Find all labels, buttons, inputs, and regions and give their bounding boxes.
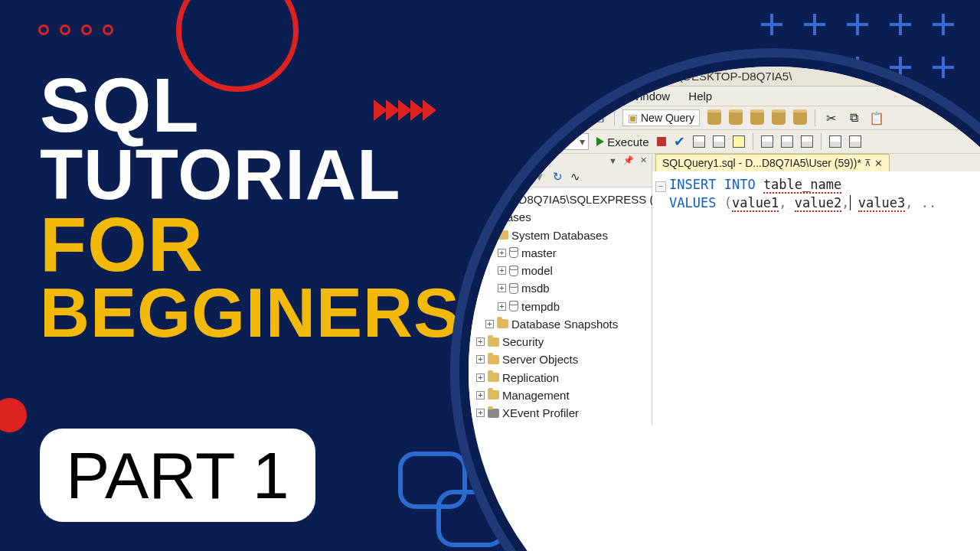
grid-icon[interactable] bbox=[829, 135, 841, 148]
grid-icon[interactable] bbox=[781, 135, 793, 148]
db-icon[interactable] bbox=[750, 111, 764, 125]
parse-icon[interactable]: ✔ bbox=[674, 133, 685, 150]
tree-xevent[interactable]: +XEvent Profiler bbox=[476, 404, 647, 422]
toolbar-query: ster Execute ✔ bbox=[469, 130, 980, 154]
object-explorer: ▼ 📌 ✕ ⚮ ✖ ■ ▼ ↻ ∿ SKTOP-D8Q7IA5\SQLEXPRE… bbox=[469, 154, 652, 425]
headline-line-3: FOR bbox=[40, 208, 460, 281]
ident-v3: value3 bbox=[858, 195, 905, 212]
pin-icon[interactable]: 📌 bbox=[623, 155, 634, 165]
execute-button[interactable]: Execute bbox=[596, 135, 648, 148]
tree-db-model[interactable]: +model bbox=[476, 262, 647, 279]
db-icon[interactable] bbox=[793, 111, 807, 125]
oe-tree[interactable]: SKTOP-D8Q7IA5\SQLEXPRESS (SQL Se Databas… bbox=[469, 187, 652, 425]
db-icon[interactable] bbox=[729, 111, 743, 125]
editor-pane: SQLQuery1.sql - D...D8Q7IA5\User (59))* … bbox=[652, 154, 980, 425]
toolbar-main: ◀ 📂 💾 ❐ ▣New Query ✂ ⧉ 📋 bbox=[469, 106, 980, 130]
red-dot bbox=[0, 398, 27, 432]
new-query-button[interactable]: ▣New Query bbox=[622, 109, 700, 126]
play-icon bbox=[596, 137, 604, 146]
tab-label: SQLQuery1.sql - D...D8Q7IA5\User (59))* bbox=[662, 157, 861, 169]
tree-server-objects[interactable]: +Server Objects bbox=[476, 350, 647, 368]
menu-help[interactable]: Help bbox=[688, 90, 712, 103]
connect-icon[interactable]: ⚮ bbox=[484, 170, 494, 184]
db-icon[interactable] bbox=[707, 111, 721, 125]
menu-tools[interactable]: Tools bbox=[584, 90, 611, 103]
code-editor[interactable]: −INSERT INTO table_name VALUES (value1, … bbox=[652, 171, 980, 243]
tree-databases[interactable]: Databases bbox=[476, 208, 647, 226]
filter-icon[interactable]: ▼ bbox=[534, 170, 545, 184]
database-selector[interactable]: ster bbox=[545, 133, 589, 150]
disconnect-icon[interactable]: ✖ bbox=[501, 170, 511, 184]
ident-v2: value2 bbox=[795, 195, 841, 212]
stop-icon[interactable] bbox=[657, 137, 666, 146]
grid-icon[interactable] bbox=[761, 135, 773, 148]
copy-icon[interactable]: ⧉ bbox=[846, 110, 861, 126]
grid-icon[interactable] bbox=[713, 135, 725, 148]
grid-icon[interactable] bbox=[693, 135, 705, 148]
part-badge: PART 1 bbox=[40, 429, 315, 522]
kw-insert: INSERT bbox=[669, 177, 716, 192]
kw-values: VALUES bbox=[669, 195, 716, 210]
oe-toolbar: ⚮ ✖ ■ ▼ ↻ ∿ bbox=[469, 167, 652, 187]
close-icon[interactable]: ✕ bbox=[640, 155, 647, 165]
tree-snapshots[interactable]: +Database Snapshots bbox=[476, 315, 647, 333]
close-icon[interactable]: ✕ bbox=[874, 158, 883, 169]
paste-icon[interactable]: 📋 bbox=[869, 110, 884, 126]
tree-db-msdb[interactable]: +msdb bbox=[476, 279, 647, 297]
tab-row: SQLQuery1.sql - D...D8Q7IA5\User (59))* … bbox=[652, 154, 980, 171]
ident-table: table_name bbox=[763, 177, 841, 194]
new-query-label: New Query bbox=[641, 112, 694, 124]
stop-icon[interactable]: ■ bbox=[519, 170, 526, 184]
headline: SQL TUTORIAL FOR BEGGINERS bbox=[40, 69, 460, 347]
menu-window[interactable]: Window bbox=[629, 90, 670, 103]
back-icon[interactable]: ◀ bbox=[522, 110, 537, 126]
tree-db-tempdb[interactable]: +tempdb bbox=[476, 298, 647, 315]
oe-titlebar: ▼ 📌 ✕ bbox=[469, 154, 652, 167]
tree-server[interactable]: SKTOP-D8Q7IA5\SQLEXPRESS (SQL Se bbox=[476, 191, 647, 208]
open-icon[interactable]: 📂 bbox=[545, 110, 560, 126]
cut-icon[interactable]: ✂ bbox=[823, 110, 838, 126]
tree-system-databases[interactable]: −System Databases bbox=[476, 227, 647, 244]
deco-circles bbox=[38, 24, 113, 35]
tree-db-master[interactable]: +master bbox=[476, 244, 647, 262]
pin-icon[interactable]: ⊼ bbox=[864, 158, 871, 168]
activity-icon[interactable]: ∿ bbox=[570, 170, 580, 184]
tab-sqlquery1[interactable]: SQLQuery1.sql - D...D8Q7IA5\User (59))* … bbox=[655, 154, 890, 171]
tree-replication[interactable]: +Replication bbox=[476, 369, 647, 386]
refresh-icon[interactable]: ↻ bbox=[553, 170, 563, 184]
headline-line-1: SQL bbox=[40, 69, 460, 142]
dropdown-icon[interactable]: ▼ bbox=[609, 156, 617, 165]
tree-security[interactable]: +Security bbox=[476, 333, 647, 350]
menu-bar[interactable]: Project Tools Window Help bbox=[469, 86, 980, 106]
kw-into: INTO bbox=[724, 177, 756, 192]
headline-line-4: BEGGINERS bbox=[40, 281, 460, 347]
db-icon[interactable] bbox=[772, 111, 786, 125]
save-all-icon[interactable]: ❐ bbox=[591, 110, 606, 126]
ident-v1: value1 bbox=[732, 195, 779, 212]
save-icon[interactable]: 💾 bbox=[568, 110, 583, 126]
execute-label: Execute bbox=[607, 135, 648, 148]
grid-icon-active[interactable] bbox=[733, 135, 745, 148]
ssms-window: SQLEXPRESS.master (DESKTOP-D8Q7IA5\ Proj… bbox=[459, 57, 980, 551]
menu-project[interactable]: Project bbox=[530, 90, 566, 103]
tree-management[interactable]: +Management bbox=[476, 386, 647, 404]
window-title: SQLEXPRESS.master (DESKTOP-D8Q7IA5\ bbox=[560, 70, 792, 83]
grid-icon[interactable] bbox=[849, 135, 861, 148]
grid-icon[interactable] bbox=[801, 135, 813, 148]
headline-line-2: TUTORIAL bbox=[40, 142, 460, 208]
code-rest: , .. bbox=[905, 195, 936, 210]
